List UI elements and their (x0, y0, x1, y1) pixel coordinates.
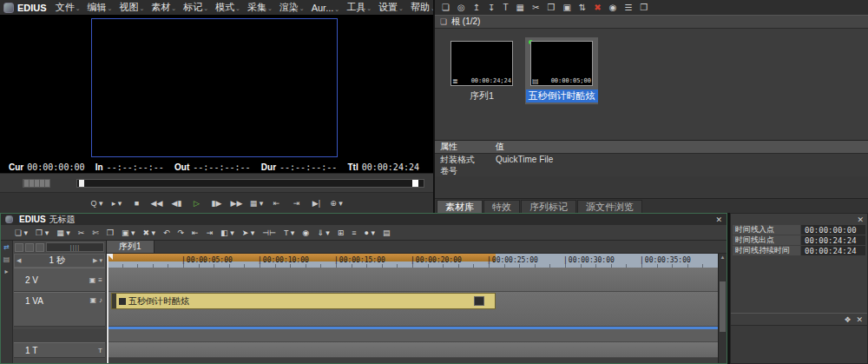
menu-item[interactable]: 素材 (148, 1, 180, 14)
move-down-icon[interactable]: ↧ (488, 3, 495, 12)
voiceover-icon[interactable]: ◉ (302, 228, 309, 237)
view-mode-icon[interactable]: ▦ (516, 3, 524, 12)
track-lock-icon[interactable]: ≡ (98, 276, 102, 284)
delete-icon[interactable]: ✖ ▾ (142, 228, 155, 237)
cut-icon[interactable]: ✂ (78, 228, 85, 237)
close-icon[interactable]: ✕ (715, 215, 722, 224)
scale-dropdown-icon[interactable]: ▾ (99, 257, 102, 264)
add-transition-icon[interactable]: ◧ ▾ (220, 228, 234, 237)
scrollbar-thumb[interactable] (720, 281, 726, 332)
track-header-1va[interactable]: 1 VA ▣ ♪ (14, 292, 105, 327)
bin-clip-sequence1[interactable]: ≣ 00:00:24;24 序列1 (445, 37, 518, 104)
menu-item[interactable]: 采集 (244, 1, 276, 14)
properties-icon[interactable]: ☰ (624, 3, 632, 12)
set-in-icon[interactable]: ⇤ (192, 228, 199, 237)
move-up-icon[interactable]: ↥ (473, 3, 480, 12)
clip-thumbnail[interactable]: ≣ 00:00:24;24 (450, 41, 513, 86)
goto-in-button[interactable]: ⇤ (270, 196, 284, 210)
ripple-cut-icon[interactable]: ✄ (92, 228, 99, 237)
cut-icon[interactable]: ✂ (532, 3, 539, 12)
set-out-icon[interactable]: ⇥ (207, 228, 214, 237)
menu-item[interactable]: Aur... (308, 3, 344, 13)
clip-thumbnail[interactable]: ▤ 00:00:05;00 (530, 41, 593, 86)
track-patch-icon[interactable]: |||| (46, 242, 104, 252)
scale-decrease-icon[interactable]: ◀ (16, 257, 21, 264)
property-row[interactable]: 封装格式 QuickTime File (435, 154, 868, 165)
track-1t-lane[interactable] (107, 342, 727, 358)
property-row[interactable]: 卷号 (435, 165, 868, 176)
video-mute-icon[interactable] (15, 243, 23, 252)
export-icon[interactable]: ⇓ ▾ (317, 228, 330, 237)
bin-clip-countdown-selected[interactable]: ▤ 00:00:05;00 五秒倒计时酷炫 (525, 37, 598, 104)
tab-source-browser[interactable]: 源文件浏览 (577, 200, 642, 213)
next-frame-button[interactable]: ▮▶ (210, 196, 224, 210)
menu-item[interactable]: 模式 (212, 1, 244, 14)
goto-out-button[interactable]: ⇥ (290, 196, 304, 210)
new-sequence-icon[interactable]: ❏ ▾ (15, 228, 28, 237)
redo-icon[interactable]: ↷ (178, 228, 185, 237)
search-icon[interactable]: ◎ (457, 3, 465, 12)
property-column-header[interactable]: 属性 (435, 141, 496, 153)
sync-lock-icon[interactable]: ⇄ (3, 243, 10, 251)
export-menu-button[interactable]: ⊕ ▾ (330, 196, 344, 210)
track-mute-icon[interactable]: ▣ (89, 296, 96, 304)
tab-effects[interactable]: 特效 (483, 200, 520, 213)
value-column-header[interactable]: 值 (496, 141, 504, 153)
shuttle-control[interactable] (23, 179, 50, 188)
panel-expand-icon[interactable]: ▸ (4, 268, 8, 275)
menu-item[interactable]: 标记 (180, 1, 212, 14)
mixer-icon[interactable]: ≡ (352, 228, 356, 237)
new-folder-icon[interactable]: ❏ (442, 3, 450, 12)
paste-icon[interactable]: ▣ (562, 3, 570, 12)
track-1va-lane[interactable]: 五秒倒计时酷炫 (107, 292, 727, 327)
timeline-ruler[interactable]: 00:00:05:0000:00:10:0000:00:15:0000:00:2… (107, 254, 727, 268)
menu-item[interactable]: 工具 (343, 1, 375, 14)
menu-item[interactable]: 渲染 (276, 1, 308, 14)
fast-forward-button[interactable]: ▶▶ (230, 196, 244, 210)
playback-menu-button[interactable]: ▸ ▾ (110, 196, 124, 210)
copy-icon[interactable]: ❒ (547, 3, 555, 12)
add-title-icon[interactable]: T (503, 3, 508, 12)
track-header-2v[interactable]: 2 V ▣ ≡ (14, 268, 105, 292)
empty-track-lane[interactable] (107, 329, 727, 342)
layout-icon[interactable]: ❐ (640, 3, 648, 12)
track-list-icon[interactable]: ▤ (3, 255, 10, 263)
close-icon[interactable]: ✕ (856, 315, 863, 324)
playhead[interactable] (107, 254, 108, 363)
loop-mode-button[interactable]: Q ▾ (90, 196, 104, 210)
trim-icon[interactable]: ⊣⊢ (262, 228, 276, 237)
clip-left-handle[interactable] (112, 294, 116, 308)
tab-sequence-marker[interactable]: 序列标记 (521, 200, 576, 213)
panel-icon[interactable]: ▤ (383, 228, 391, 237)
timescale-selector[interactable]: ◀ 1 秒 ▶ ▾ (14, 254, 105, 268)
rewind-button[interactable]: ◀◀ (150, 196, 164, 210)
play-button[interactable]: ▷ (190, 196, 204, 210)
render-icon[interactable]: ● ▾ (365, 228, 375, 237)
track-2v-lane[interactable] (107, 268, 727, 292)
edit-mode-icon[interactable]: ➤ ▾ (242, 228, 255, 237)
monitor-mode-button[interactable]: ▦ ▾ (250, 196, 264, 210)
track-audio-icon[interactable]: ♪ (99, 296, 102, 304)
delete-icon[interactable]: ✖ (594, 3, 601, 12)
title-icon[interactable]: T ▾ (284, 228, 294, 237)
menu-item[interactable]: 设置 (375, 1, 407, 14)
close-icon[interactable]: ✕ (857, 215, 864, 224)
save-project-icon[interactable]: ▦ ▾ (56, 228, 70, 237)
stop-button[interactable]: ■ (130, 196, 144, 210)
undo-icon[interactable]: ↶ (163, 228, 170, 237)
clip-end-marker[interactable] (474, 296, 484, 306)
play-around-cursor-button[interactable]: ▶| (310, 196, 324, 210)
prev-frame-button[interactable]: ◀▮ (170, 196, 184, 210)
sync-mode-icon[interactable] (36, 243, 44, 252)
track-mute-icon[interactable]: ▣ (89, 276, 96, 284)
menu-item[interactable]: 文件 (52, 1, 84, 14)
menu-item[interactable]: 帮助 (407, 1, 434, 14)
clip-name-label[interactable]: 五秒倒计时酷炫 (526, 89, 598, 103)
grid-icon[interactable]: ⊞ (338, 228, 345, 237)
tab-bin[interactable]: 素材库 (437, 200, 483, 213)
clip-name-label[interactable]: 序列1 (467, 89, 496, 103)
scale-increase-icon[interactable]: ▶ (93, 257, 97, 264)
paste-icon[interactable]: ▣ ▾ (122, 228, 135, 237)
timeline-clip-countdown[interactable]: 五秒倒计时酷炫 (111, 293, 496, 309)
dock-icon[interactable]: ❖ (844, 315, 851, 324)
